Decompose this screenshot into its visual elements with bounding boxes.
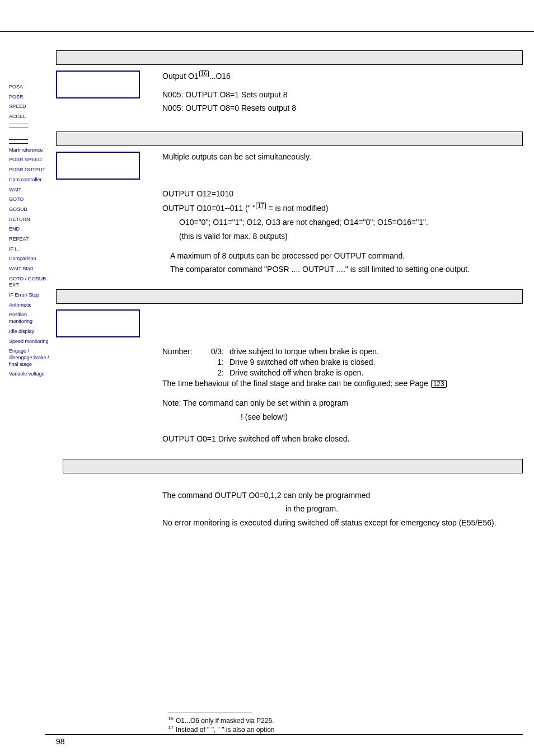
text: The time behaviour of the final stage an…	[162, 378, 523, 389]
sidebar-item[interactable]: POSR	[9, 94, 51, 101]
text: ...O16	[209, 72, 231, 81]
section-header-box	[56, 132, 523, 146]
num: 0/3:	[207, 346, 229, 357]
footnote-ref[interactable]: 17	[256, 203, 265, 209]
footnote-text: O1...O6 only if masked via P225.	[176, 717, 274, 725]
page-ref[interactable]: 123	[431, 380, 447, 388]
sidebar-item[interactable]: Engage / disengage brake / final stage	[9, 348, 51, 368]
text: Output O1	[162, 72, 199, 81]
main-content: Output O116...O16 N005: OUTPUT O8=1 Sets…	[56, 50, 523, 722]
sidebar-item[interactable]: SPEED	[9, 104, 51, 110]
sidebar-item[interactable]: RETURN	[9, 217, 51, 223]
text: OUTPUT O10=01--011 (" "	[162, 204, 255, 213]
sidebar-divider	[9, 143, 28, 144]
sidebar-item[interactable]: Cam controller	[9, 177, 51, 184]
code-line: OUTPUT O0=1 Drive switched off when brak…	[162, 434, 523, 444]
sidebar-item[interactable]: Comparison	[9, 256, 51, 262]
text: Note: The command can only be set within…	[162, 398, 523, 408]
section-header-box	[56, 50, 523, 65]
footnote-separator	[168, 712, 252, 712]
footnote: 16O1...O6 only if masked via P225.	[168, 716, 275, 725]
sidebar-item[interactable]: GOTO	[9, 196, 51, 203]
footnote-ref[interactable]: 16	[199, 71, 209, 77]
text: The command OUTPUT O0=0,1,2 can only be …	[162, 490, 523, 501]
code-line: N005: OUTPUT O8=1 Sets output 8	[162, 90, 296, 100]
subsection-box	[56, 309, 140, 337]
text: drive subject to torque when brake is op…	[229, 346, 379, 357]
sidebar-item[interactable]: Variable voltage	[9, 371, 51, 378]
section-header-box	[63, 459, 523, 473]
page-number: 98	[56, 737, 65, 746]
label: Number:	[162, 346, 207, 357]
num: 2:	[207, 368, 229, 378]
sidebar-item[interactable]: GOSUB	[9, 206, 51, 213]
sidebar-item[interactable]: Idle display	[9, 328, 51, 335]
output-range-text: Output O116...O16	[162, 71, 296, 82]
text: Drive switched off when brake is open.	[229, 368, 363, 378]
sidebar-item[interactable]: POSR OUTPUT	[9, 167, 51, 173]
section-header-box	[56, 289, 523, 304]
sidebar-item[interactable]: ACCEL	[9, 114, 51, 120]
text: Drive 9 switched off when brake is close…	[229, 357, 375, 368]
sidebar-item[interactable]: REPEAT	[9, 236, 51, 243]
text: The comparator command "POSR .... OUTPUT…	[162, 264, 523, 275]
text: A maximum of 8 outputs can be processed …	[162, 251, 523, 261]
footnote: 17Instead of " ", " " is also an option	[168, 725, 275, 734]
text: O10="0"; O11="1"; O12, O13 are not chang…	[162, 217, 523, 228]
text: ! (see below!)	[162, 412, 523, 422]
sidebar-item[interactable]: Arithmetic	[9, 302, 51, 309]
code-line: OUTPUT O10=01--011 (" "17 = is not modif…	[162, 203, 523, 214]
text: Multiple outputs can be set simultaneous…	[162, 152, 311, 162]
code-line: N005: OUTPUT O8=0 Resets output 8	[162, 103, 296, 114]
sidebar-item[interactable]: END	[9, 226, 51, 233]
subsection-box	[56, 152, 140, 180]
sidebar-item[interactable]: Mark reference	[9, 147, 51, 154]
bottom-rule	[45, 734, 523, 735]
sidebar-divider	[9, 139, 28, 140]
top-rule	[0, 31, 534, 32]
footnote-text: Instead of " ", " " is also an option	[176, 726, 274, 734]
sidebar-item[interactable]: Speed monitoring	[9, 339, 51, 345]
sidebar-item[interactable]: GOTO / GOSUB EXT	[9, 276, 51, 289]
num: 1:	[207, 357, 229, 368]
text: = is not modified)	[266, 204, 329, 213]
text: (this is valid for max. 8 outputs)	[162, 231, 523, 242]
sidebar-item[interactable]: POSA	[9, 84, 51, 91]
sidebar-divider	[9, 128, 28, 128]
sidebar: POSA POSR SPEED ACCEL Mark reference POS…	[9, 84, 51, 381]
code-line: OUTPUT O12=1010	[162, 189, 523, 199]
sidebar-item[interactable]: IF I..	[9, 246, 51, 253]
sidebar-divider	[9, 124, 28, 124]
text: No error monitoring is executed during s…	[162, 518, 523, 528]
sidebar-item[interactable]: WAIT Start	[9, 266, 51, 273]
sidebar-item[interactable]: POSR SPEED	[9, 157, 51, 163]
text: The time behaviour of the final stage an…	[162, 379, 430, 388]
text: in the program.	[162, 504, 523, 514]
footnotes: 16O1...O6 only if masked via P225. 17Ins…	[168, 712, 275, 734]
sidebar-item[interactable]: IF Error/ Stop	[9, 292, 51, 299]
sidebar-item[interactable]: Position monitoring	[9, 312, 51, 325]
subsection-box	[56, 71, 140, 98]
sidebar-item[interactable]: WAIT	[9, 187, 51, 194]
